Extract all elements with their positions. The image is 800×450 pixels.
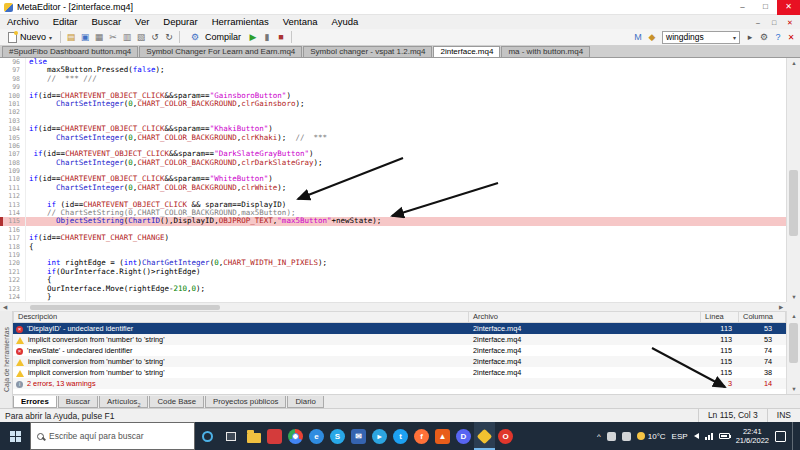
tray-expand-icon[interactable]: ^ — [597, 432, 601, 441]
errors-scrollbar[interactable]: ▲ ▼ — [786, 311, 800, 394]
paste-icon[interactable]: ▧ — [134, 30, 148, 44]
start-debug-icon[interactable]: ▶ — [246, 30, 260, 44]
scroll-up-icon[interactable]: ▲ — [787, 58, 800, 68]
new-button[interactable]: Nuevo ▾ — [3, 31, 57, 44]
menu-item-ventana[interactable]: Ventana — [276, 15, 325, 29]
pause-icon[interactable]: ▮ — [260, 30, 274, 44]
compile-button[interactable]: ⚙ Compilar — [183, 29, 246, 45]
close-button[interactable]: ✕ — [777, 0, 800, 15]
errors-column-archivo[interactable]: Archivo — [469, 312, 701, 322]
taskbar-metaeditor-icon[interactable] — [474, 422, 495, 450]
start-button[interactable] — [0, 422, 30, 450]
panel-tabs: ErroresBuscarArtículos2Code BaseProyecto… — [13, 396, 325, 408]
terminal-icon[interactable]: ◆ — [645, 30, 659, 44]
taskbar-edge-icon[interactable]: e — [306, 422, 327, 450]
errors-scroll-thumb[interactable] — [789, 323, 798, 363]
panel-tab-code-base[interactable]: Code Base — [149, 396, 204, 408]
taskbar-vlc-icon[interactable]: ▲ — [432, 422, 453, 450]
menu-item-ver[interactable]: Ver — [128, 15, 156, 29]
menu-item-archivo[interactable]: Archivo — [0, 15, 46, 29]
menu-item-herramientas[interactable]: Herramientas — [205, 15, 276, 29]
code-editor[interactable]: 96else97 max5Button.Pressed(false);98 //… — [0, 58, 786, 302]
tray-app-icon[interactable] — [622, 432, 631, 441]
taskbar-opera-icon[interactable]: O — [495, 422, 516, 450]
toolbar-group-debug: ▶▮■ — [246, 30, 288, 44]
toolbar-separator — [60, 31, 61, 43]
error-row[interactable]: i2 errors, 13 warnings314 — [13, 378, 786, 389]
volume-icon[interactable] — [694, 433, 699, 439]
error-row[interactable]: implicit conversion from 'number' to 'st… — [13, 334, 786, 345]
stop-icon[interactable]: ■ — [274, 30, 288, 44]
taskbar-twitter-icon[interactable]: t — [390, 422, 411, 450]
search-next-icon[interactable]: ▸ — [743, 30, 757, 44]
tray-app-icon[interactable] — [607, 432, 616, 441]
toolbar-close-icon[interactable]: ✕ — [785, 33, 797, 42]
taskbar-search-input[interactable]: Escribe aquí para buscar — [30, 422, 195, 450]
taskbar-app-red-icon[interactable] — [264, 422, 285, 450]
open-file-icon[interactable]: ▤ — [64, 30, 78, 44]
redo-icon[interactable]: ↻ — [162, 30, 176, 44]
restore-button[interactable]: □ — [754, 0, 777, 15]
scroll-left-icon[interactable]: ◀ — [0, 304, 10, 310]
save-icon[interactable]: ▣ — [78, 30, 92, 44]
menu-item-depurar[interactable]: Depurar — [156, 15, 204, 29]
error-row[interactable]: ×'newState' - undeclared identifier2inte… — [13, 345, 786, 356]
panel-tab-diario[interactable]: Diario — [287, 396, 323, 408]
taskbar-mail-icon[interactable]: ✉ — [348, 422, 369, 450]
scroll-up-icon[interactable]: ▲ — [787, 311, 800, 321]
panel-tab-proyectos-publicos[interactable]: Proyectos públicos — [205, 396, 286, 408]
error-row[interactable]: implicit conversion from 'number' to 'st… — [13, 367, 786, 378]
minimize-button[interactable]: – — [731, 0, 754, 15]
show-desktop-button[interactable] — [792, 422, 795, 450]
taskbar-file-explorer-icon[interactable] — [243, 422, 264, 450]
errors-column-descripcion[interactable]: Descripción — [14, 312, 469, 322]
panel-tab-buscar[interactable]: Buscar — [58, 396, 98, 408]
scroll-right-icon[interactable]: ▶ — [776, 304, 786, 310]
mdi-restore-button[interactable]: □ — [766, 16, 782, 29]
network-icon[interactable] — [705, 433, 713, 440]
file-tab-spudfibo-dashboard-button-mq4[interactable]: #SpudFibo Dashboard button.mq4 — [2, 46, 138, 57]
toolbar-search-combo[interactable]: wingdings ▾ — [662, 31, 740, 44]
menu-item-ayuda[interactable]: Ayuda — [325, 15, 366, 29]
help-icon[interactable]: ? — [771, 30, 785, 44]
mdi-close-button[interactable]: ✕ — [782, 16, 798, 29]
vertical-scroll-thumb[interactable] — [789, 170, 798, 236]
error-row[interactable]: implicit conversion from 'number' to 'st… — [13, 356, 786, 367]
action-center-icon[interactable] — [775, 431, 786, 442]
weather-widget[interactable]: 10°C — [637, 432, 666, 441]
file-tab-symbol-changer-vspat-1-2-mq4[interactable]: Symbol changer - vspat 1.2.mq4 — [303, 46, 432, 57]
taskbar-skype-icon[interactable]: S — [327, 422, 348, 450]
error-row[interactable]: ×'DisplayID' - undeclared identifier2int… — [13, 323, 786, 334]
file-tab-ma-with-button-mq4[interactable]: ma - with button.mq4 — [501, 46, 590, 57]
editor-horizontal-scrollbar[interactable]: ◀ ▶ — [0, 302, 786, 311]
editor-vertical-scrollbar[interactable]: ▲ ▼ — [786, 58, 800, 302]
cut-icon[interactable]: ✂ — [106, 30, 120, 44]
print-icon[interactable]: ▦ — [92, 30, 106, 44]
horizontal-scroll-thumb[interactable] — [30, 305, 220, 310]
panel-tab-articulos[interactable]: Artículos2 — [99, 396, 148, 408]
battery-icon[interactable] — [719, 433, 730, 439]
menu-item-buscar[interactable]: Buscar — [85, 15, 129, 29]
taskbar-firefox-icon[interactable]: f — [411, 422, 432, 450]
mql5-community-icon[interactable]: M — [631, 30, 645, 44]
taskbar-discord-icon[interactable]: D — [453, 422, 474, 450]
scroll-down-icon[interactable]: ▼ — [787, 384, 800, 394]
settings-icon[interactable]: ⚙ — [757, 30, 771, 44]
file-tab-symbol-changer-for-learn-and-earn-mq4[interactable]: Symbol Changer For Learn and Earn.mq4 — [139, 46, 302, 57]
file-tab-2interface-mq4[interactable]: 2interface.mq4 — [433, 46, 500, 57]
errors-column-columna[interactable]: Columna — [739, 312, 785, 322]
scroll-down-icon[interactable]: ▼ — [787, 292, 800, 302]
task-view-button[interactable] — [219, 422, 243, 450]
cortana-button[interactable] — [195, 422, 219, 450]
taskbar-chrome-icon[interactable] — [285, 422, 306, 450]
copy-icon[interactable]: ▥ — [120, 30, 134, 44]
errors-column-linea[interactable]: Línea — [701, 312, 739, 322]
language-indicator[interactable]: ESP — [672, 432, 688, 441]
mdi-minimize-button[interactable]: – — [750, 16, 766, 29]
taskbar-clock[interactable]: 22:41 21/6/2022 — [736, 427, 769, 445]
undo-icon[interactable]: ↺ — [148, 30, 162, 44]
taskbar-telegram-icon[interactable]: ▸ — [369, 422, 390, 450]
panel-tab-errores[interactable]: Errores — [13, 396, 57, 408]
toolbox-tab[interactable]: Caja de herramientas — [0, 311, 13, 408]
menu-item-editar[interactable]: Editar — [46, 15, 85, 29]
